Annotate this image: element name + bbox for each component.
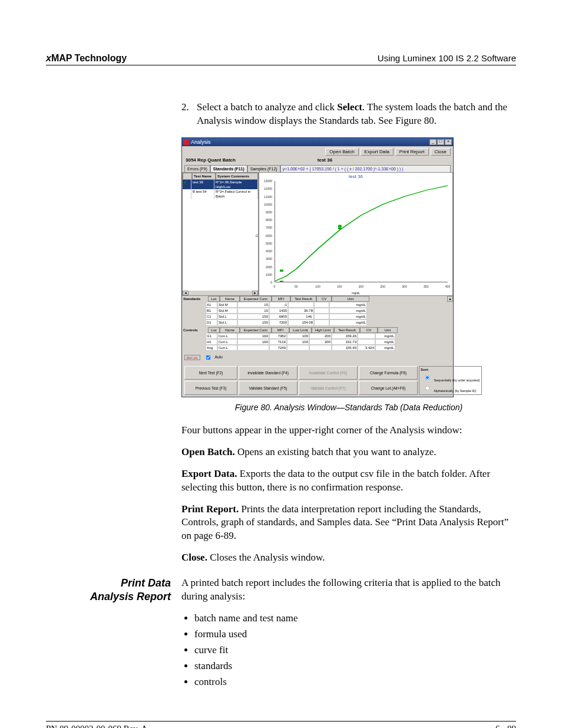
close-desc: Close. Closes the Analysis window. (181, 551, 516, 565)
validate-control-button[interactable]: Validate Control (F7) (299, 381, 358, 394)
invalidate-standard-button[interactable]: Invalidate Standard (F4) (239, 366, 297, 380)
header-right: Using Luminex 100 IS 2.2 Software (378, 53, 516, 63)
auto-checkbox[interactable]: Auto (202, 352, 223, 363)
sort-sequential-radio[interactable]: Sequentially (by order acquired) (421, 372, 480, 383)
intro-paragraph: Four buttons appear in the upper-right c… (181, 424, 516, 437)
figure-caption: Figure 80. Analysis Window—Standards Tab… (181, 402, 516, 413)
close-icon[interactable]: × (445, 139, 452, 145)
print-report-desc: Print Report. Prints the data interpreta… (181, 503, 516, 543)
svg-rect-3 (338, 225, 342, 227)
scroll-up-icon[interactable]: ▲ (447, 296, 453, 302)
svg-rect-2 (338, 228, 342, 229)
batch-name: 3054 Rep Quant Batch (186, 157, 236, 164)
previous-test-button[interactable]: Previous Test (F3) (184, 381, 237, 394)
table-row: C1Std.L1506905146.mg/dL (206, 314, 453, 319)
table-row: AvgCon.L7249155.493.424mg/dL (206, 345, 453, 351)
minimize-icon[interactable]: _ (429, 139, 437, 145)
section-intro: A printed batch report includes the foll… (181, 577, 516, 604)
next-test-button[interactable]: Next Test (F2) (184, 366, 237, 380)
scroll-right-icon[interactable]: ► (252, 291, 258, 295)
tab-standards[interactable]: Standards (F11) (210, 165, 247, 172)
app-icon (183, 139, 189, 145)
step-2: 2. Select a batch to analyze and click S… (181, 101, 516, 128)
formula-text: y=1.00E+02 + ( 17053.150 / ( 1 + ( ( x /… (280, 165, 451, 172)
list-item: controls (194, 676, 516, 689)
open-batch-desc: Open Batch. Opens an existing batch that… (181, 446, 516, 459)
tab-errors[interactable]: Errors (F9) (184, 165, 210, 172)
test-list-row[interactable]: ✔test 36R^2=.99,Sample High/Low (183, 180, 258, 189)
section-heading: Print Data Analysis Report (46, 577, 171, 603)
criteria-list: batch name and test nameformula usedcurv… (194, 612, 516, 689)
header-left: xMAP Technology (46, 53, 127, 64)
table-row: G1Con.L1607382100200159.26mg/dL (206, 333, 453, 339)
window-title: Analysis (191, 139, 211, 146)
test-list-row[interactable]: B test 54R^2=,Failed Control in Batch (183, 189, 258, 199)
validate-standard-button[interactable]: Validate Standard (F5) (239, 381, 297, 394)
test-list[interactable]: Test Name System Comments ✔test 36R^2=.9… (182, 172, 259, 296)
figure-80: Analysis _ □ × Open Batch Export Data Pr… (181, 137, 516, 397)
close-button[interactable]: Close (431, 148, 451, 156)
titlebar: Analysis _ □ × (182, 138, 453, 146)
table-row: B1Std.M15143539.78mg/dL (206, 308, 453, 314)
change-lot-button[interactable]: Change Lot (Alt+F8) (359, 381, 418, 394)
sort-box: Sort: Sequentially (by order acquired) A… (419, 366, 482, 395)
scroll-left-icon[interactable]: ◄ (183, 291, 189, 295)
table-row: A1Std.M15-1mg/dL (206, 302, 453, 308)
recalc-button[interactable]: ReCalc (184, 355, 200, 360)
export-data-desc: Export Data. Exports the data to the out… (181, 467, 516, 495)
list-item: formula used (194, 628, 516, 641)
svg-rect-0 (280, 281, 283, 282)
export-data-button[interactable]: Export Data (361, 148, 394, 156)
footer-right: 6 - 89 (495, 724, 516, 728)
invalidate-control-button[interactable]: Invalidate Control (F6) (299, 366, 358, 380)
list-item: batch name and test name (194, 612, 516, 625)
maximize-icon[interactable]: □ (437, 139, 444, 145)
list-item: curve fit (194, 644, 516, 657)
footer-left: PN 89-00002-00-069 Rev. A (46, 724, 147, 728)
svg-rect-1 (280, 270, 283, 272)
test-name: test 36 (318, 157, 332, 164)
table-row: H1Con.L1607116100200151.73mg/dL (206, 339, 453, 345)
list-item: standards (194, 660, 516, 673)
table-row: D1Std.L1507200154.08mg/dL (206, 319, 453, 325)
sort-alpha-radio[interactable]: Alphabetically (by Sample ID) (421, 383, 480, 393)
print-report-button[interactable]: Print Report (395, 148, 429, 156)
analysis-window: Analysis _ □ × Open Batch Export Data Pr… (181, 137, 454, 397)
change-formula-button[interactable]: Change Formula (F8) (359, 366, 418, 380)
controls-table: Controls LocNameExpected ConcMFILow Limi… (182, 327, 453, 351)
standards-table: Standards LocNameExpected ConcMFITest Re… (182, 296, 453, 325)
chart: test 36 FI 01000200030004000500060007000… (259, 172, 453, 296)
open-batch-button[interactable]: Open Batch (325, 148, 358, 156)
tab-samples[interactable]: Samples (F12) (247, 165, 280, 172)
